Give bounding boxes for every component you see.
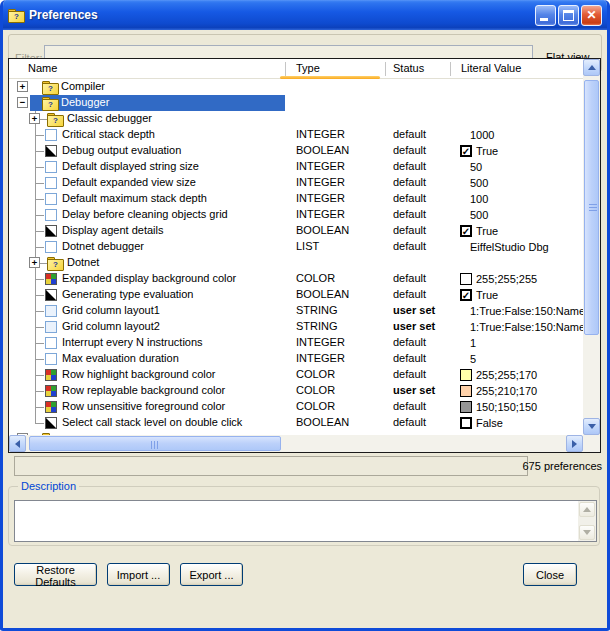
vertical-scrollbar[interactable]	[583, 59, 600, 435]
tree-line	[35, 199, 44, 200]
pref-literal-cell: 50	[460, 159, 482, 175]
pref-literal-value: 500	[470, 177, 488, 189]
column-header-name[interactable]: Name	[28, 62, 57, 74]
column-separator	[450, 62, 451, 76]
scrollbar-corner	[583, 435, 600, 452]
tree-line	[35, 311, 44, 312]
tree-line	[35, 279, 44, 280]
thumb-grip	[151, 441, 159, 449]
list-icon	[45, 241, 57, 253]
pref-literal-cell: 255;255;255	[460, 271, 537, 287]
description-label: Description	[18, 480, 79, 492]
tree-row[interactable]: Critical stack depthINTEGERdefault1000	[9, 127, 583, 143]
tree-row[interactable]: Display agent detailsBOOLEANdefault✓True	[9, 223, 583, 239]
pref-status-cell: default	[393, 176, 426, 188]
column-header-literal[interactable]: Literal Value	[461, 62, 521, 74]
pref-status-cell: default	[393, 192, 426, 204]
tree-row[interactable]: Row replayable background colorCOLORuser…	[9, 383, 583, 399]
scroll-up-button-disabled	[579, 502, 595, 517]
column-header-status[interactable]: Status	[393, 62, 424, 74]
integer-icon	[45, 209, 57, 221]
pref-status-cell: default	[393, 128, 426, 140]
preferences-count-label: 675 preferences	[523, 460, 603, 472]
pref-literal-cell: 255;210;170	[460, 383, 537, 399]
tree-row[interactable]: +Dotnet	[9, 255, 583, 271]
status-field	[14, 456, 528, 476]
tree-row[interactable]: Interrupt every N instructionsINTEGERdef…	[9, 335, 583, 351]
pref-status-cell: default	[393, 224, 426, 236]
tree-row[interactable]: Default displayed string sizeINTEGERdefa…	[9, 159, 583, 175]
close-dialog-button[interactable]: Close	[523, 563, 577, 586]
tree-line	[35, 407, 44, 408]
pref-type-cell: LIST	[296, 240, 319, 252]
expand-toggle[interactable]: +	[29, 257, 40, 268]
checkbox-unchecked-icon[interactable]	[460, 417, 472, 429]
window-title: Preferences	[29, 8, 98, 22]
checkbox-checked-icon[interactable]: ✓	[460, 145, 472, 157]
checkbox-checked-icon[interactable]: ✓	[460, 289, 472, 301]
preferences-window: Preferences ✕ Filter: Flat view Name Typ…	[0, 0, 610, 631]
tree-line	[35, 415, 36, 423]
description-textarea[interactable]	[15, 501, 578, 541]
collapse-toggle[interactable]: −	[17, 97, 28, 108]
pref-literal-value: 255;255;255	[476, 273, 537, 285]
scroll-right-button[interactable]	[566, 435, 583, 452]
folder-icon	[42, 81, 57, 93]
minimize-icon	[540, 18, 548, 21]
scroll-left-button[interactable]	[9, 435, 26, 452]
tree-row[interactable]: Debug output evaluationBOOLEANdefault✓Tr…	[9, 143, 583, 159]
horizontal-scroll-thumb[interactable]	[29, 436, 281, 451]
tree-row[interactable]: Row unsensitive foreground colorCOLORdef…	[9, 399, 583, 415]
tree-row[interactable]: Default maximum stack depthINTEGERdefaul…	[9, 191, 583, 207]
maximize-button[interactable]	[558, 5, 579, 26]
tree-row[interactable]: Dotnet debuggerLISTdefaultEiffelStudio D…	[9, 239, 583, 255]
pref-literal-value: True	[476, 289, 498, 301]
tree-row[interactable]: +Compiler	[9, 79, 583, 95]
tree-row[interactable]: Select call stack level on double clickB…	[9, 415, 583, 431]
pref-literal-value: 255;210;170	[476, 385, 537, 397]
description-scrollbar	[578, 501, 596, 541]
pref-literal-value: True	[476, 225, 498, 237]
tree-row[interactable]: Max evaluation durationINTEGERdefault5	[9, 351, 583, 367]
integer-icon	[45, 161, 57, 173]
pref-type-cell: COLOR	[296, 400, 335, 412]
arrow-down-icon	[588, 424, 596, 429]
titlebar[interactable]: Preferences ✕	[0, 0, 610, 30]
pref-status-cell: default	[393, 272, 426, 284]
string-icon	[45, 305, 57, 317]
tree-row[interactable]: Grid column layout1STRINGuser set1:True:…	[9, 303, 583, 319]
pref-name-label: Critical stack depth	[62, 128, 155, 140]
integer-icon	[45, 193, 57, 205]
checkbox-checked-icon[interactable]: ✓	[460, 225, 472, 237]
pref-literal-cell: 1:True:False:150:Name:2	[460, 303, 583, 319]
import-button[interactable]: Import ...	[107, 563, 170, 586]
tree-row[interactable]: Generating type evaluationBOOLEANdefault…	[9, 287, 583, 303]
pref-name-label: Display agent details	[62, 224, 164, 236]
description-box	[14, 500, 597, 542]
scroll-down-button[interactable]	[583, 418, 600, 435]
scroll-up-button[interactable]	[583, 59, 600, 76]
folder-icon	[47, 113, 62, 125]
pref-type-cell: COLOR	[296, 368, 335, 380]
expand-toggle[interactable]: +	[29, 113, 40, 124]
tree-row[interactable]: Row highlight background colorCOLORdefau…	[9, 367, 583, 383]
vertical-scroll-thumb[interactable]	[584, 80, 599, 335]
pref-literal-value: 1000	[470, 129, 494, 141]
tree-row[interactable]: Grid column layout2STRINGuser set1:True:…	[9, 319, 583, 335]
close-window-button[interactable]: ✕	[581, 5, 602, 26]
tree-row[interactable]: −Debugger	[9, 95, 583, 111]
color-swatch	[460, 385, 472, 397]
minimize-button[interactable]	[535, 5, 556, 26]
restore-defaults-button[interactable]: Restore Defaults	[14, 563, 97, 586]
horizontal-scrollbar[interactable]	[9, 435, 583, 452]
column-header-type[interactable]: Type	[296, 62, 320, 74]
pref-literal-value: 5	[470, 353, 476, 365]
tree-row[interactable]: Delay before cleaning objects gridINTEGE…	[9, 207, 583, 223]
tree-row[interactable]: Expanded display background colorCOLORde…	[9, 271, 583, 287]
tree-row[interactable]: +Classic debugger	[9, 111, 583, 127]
pref-literal-cell: 1:True:False:150:Name:2	[460, 319, 583, 335]
tree-row[interactable]: Default expanded view sizeINTEGERdefault…	[9, 175, 583, 191]
expand-toggle[interactable]: +	[17, 81, 28, 92]
export-button[interactable]: Export ...	[180, 563, 243, 586]
arrow-down-icon	[583, 530, 591, 535]
